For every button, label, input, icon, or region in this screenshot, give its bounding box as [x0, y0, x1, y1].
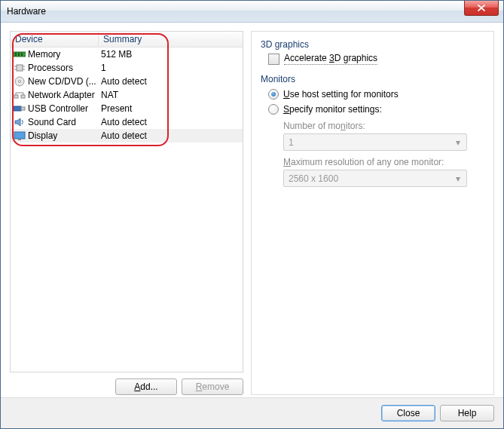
radio-use-host[interactable]: Use host setting for monitors	[268, 87, 484, 101]
device-row[interactable]: Sound CardAuto detect	[11, 115, 243, 129]
remove-button[interactable]: Remove	[182, 378, 243, 395]
select-max-resolution: 2560 x 1600 ▾	[283, 170, 467, 187]
chevron-down-icon: ▾	[452, 136, 463, 148]
device-name: Network Adapter	[28, 90, 95, 100]
group-monitors: Monitors	[261, 74, 484, 84]
device-name: USB Controller	[28, 103, 88, 114]
device-row[interactable]: USB ControllerPresent	[11, 102, 243, 115]
device-summary: Auto detect	[96, 130, 243, 141]
usb-icon	[14, 103, 26, 114]
device-summary: Present	[96, 103, 243, 114]
device-row[interactable]: New CD/DVD (...Auto detect	[11, 75, 243, 88]
label-num-monitors: Number of monitors:	[283, 121, 484, 131]
display-icon	[14, 130, 26, 141]
device-name: New CD/DVD (...	[28, 76, 96, 87]
header-device[interactable]: Device	[11, 32, 99, 47]
window-close-button[interactable]	[464, 1, 499, 16]
dialog-footer: Close Help	[1, 397, 503, 428]
svg-rect-2	[18, 53, 20, 56]
close-button[interactable]: Close	[381, 405, 435, 421]
hardware-dialog: Hardware Device Summary Memory512 MBProc…	[0, 0, 504, 429]
device-summary: Auto detect	[96, 117, 243, 127]
svg-rect-3	[21, 53, 23, 56]
device-summary: Auto detect	[96, 76, 243, 87]
device-name: Processors	[28, 63, 73, 73]
network-icon	[14, 90, 26, 100]
label-max-resolution: Maximum resolution of any one monitor:	[283, 157, 484, 167]
group-3d-graphics: 3D graphics	[261, 39, 484, 50]
device-name: Memory	[28, 49, 60, 60]
select-num-monitors: 1 ▾	[283, 133, 467, 151]
svg-point-10	[19, 81, 21, 83]
device-row[interactable]: Processors1	[11, 61, 243, 75]
device-summary: 1	[96, 63, 243, 73]
device-row[interactable]: Memory512 MB	[11, 47, 243, 61]
device-list[interactable]: Device Summary Memory512 MBProcessors1Ne…	[10, 31, 243, 372]
chevron-down-icon: ▾	[452, 173, 463, 184]
add-button[interactable]: Add...	[115, 378, 177, 395]
svg-rect-11	[14, 95, 18, 98]
device-name: Display	[28, 130, 57, 141]
checkbox-icon	[268, 54, 279, 65]
help-button[interactable]: Help	[440, 405, 494, 421]
svg-rect-15	[14, 132, 25, 139]
radio-icon	[268, 104, 279, 115]
device-name: Sound Card	[28, 117, 76, 127]
accelerate-3d-checkbox[interactable]: Accelerate 3D graphics	[268, 53, 484, 65]
svg-rect-12	[21, 95, 25, 98]
radio-specify[interactable]: Specify monitor settings:	[268, 103, 484, 116]
svg-rect-4	[17, 65, 23, 71]
device-summary: NAT	[96, 90, 243, 100]
titlebar: Hardware	[1, 1, 503, 23]
display-settings-panel: 3D graphics Accelerate 3D graphics Monit…	[251, 31, 494, 395]
device-summary: 512 MB	[96, 49, 243, 60]
device-row[interactable]: Network AdapterNAT	[11, 88, 243, 102]
svg-rect-14	[21, 107, 25, 110]
svg-rect-13	[14, 106, 21, 111]
device-list-header: Device Summary	[11, 32, 243, 47]
svg-rect-16	[18, 139, 21, 140]
window-title: Hardware	[7, 6, 46, 17]
cpu-icon	[14, 63, 26, 73]
disc-icon	[14, 76, 26, 87]
memory-icon	[14, 49, 26, 60]
radio-icon	[268, 89, 279, 100]
svg-rect-1	[15, 53, 17, 56]
device-row[interactable]: DisplayAuto detect	[11, 129, 243, 142]
header-summary[interactable]: Summary	[99, 32, 243, 47]
sound-icon	[14, 117, 26, 127]
close-icon	[478, 5, 485, 11]
